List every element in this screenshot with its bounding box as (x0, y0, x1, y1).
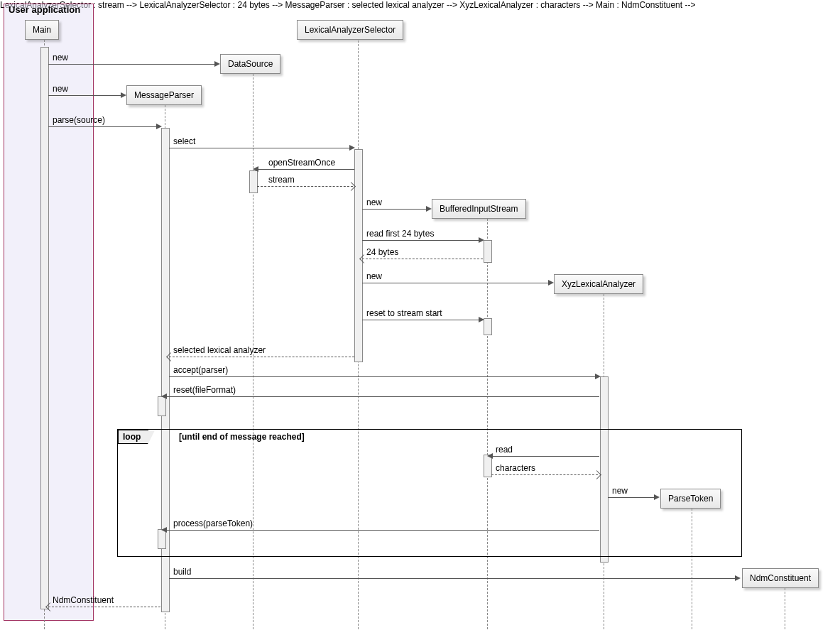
msg-new-bufferedstream: new (366, 197, 382, 207)
arrow-openstreamonce (257, 169, 354, 170)
activation-message-parser-reset (158, 396, 166, 416)
arrow-process-parsetoken (165, 530, 599, 531)
participant-buffered-stream: BufferedInputStream (432, 199, 526, 219)
participant-lexical-selector: LexicalAnalyzerSelector (297, 20, 403, 40)
msg-new-datasource: new (53, 53, 68, 63)
msg-stream: stream (268, 175, 295, 185)
arrow-read-loop-head (487, 453, 493, 459)
arrow-reset-fileformat-head (161, 393, 167, 399)
group-user-application-label: User application (6, 3, 83, 16)
participant-xyz-lexer: XyzLexicalAnalyzer (554, 274, 643, 294)
arrow-new-datasource (48, 64, 219, 65)
arrow-new-parsetoken-head (654, 494, 660, 500)
arrow-read24-head (479, 237, 484, 243)
participant-main: Main (25, 20, 59, 40)
arrow-selected-lexer (169, 357, 354, 357)
msg-select: select (173, 136, 195, 146)
loop-label: loop (118, 430, 148, 444)
msg-ndm-return: NdmConstituent (53, 595, 114, 605)
arrow-new-parsetoken (608, 497, 658, 498)
arrow-ndm-return (48, 607, 160, 607)
activation-main (40, 47, 49, 609)
msg-read-loop: read (496, 445, 513, 455)
activation-buffered-stream-reset (484, 318, 492, 335)
arrow-reset-stream-start (362, 320, 483, 320)
arrow-new-bufferedstream-head (426, 206, 432, 212)
msg-accept-parser: accept(parser) (173, 365, 228, 375)
lifeline-ndm-constituent (785, 588, 785, 629)
loop-condition: [until end of message reached] (179, 432, 305, 442)
arrow-accept-parser-head (595, 374, 601, 379)
msg-bytes24: 24 bytes (366, 247, 398, 257)
msg-parse-source: parse(source) (53, 115, 105, 125)
arrow-new-xyz (362, 283, 552, 283)
arrow-select (169, 148, 354, 148)
lifeline-buffered-stream (487, 219, 488, 629)
arrow-read-loop (491, 456, 599, 457)
activation-buffered-stream-read24 (484, 240, 492, 263)
arrow-new-datasource-head (214, 61, 220, 67)
participant-message-parser: MessageParser (126, 85, 202, 105)
arrow-read24 (362, 240, 483, 241)
arrow-new-bufferedstream (362, 209, 430, 210)
arrow-process-parsetoken-head (161, 527, 167, 533)
msg-reset-stream-start: reset to stream start (366, 308, 442, 318)
msg-new-messageparser: new (53, 84, 68, 94)
msg-selected-lexer: selected lexical analyzer (173, 345, 266, 355)
arrow-reset-stream-start-head (479, 317, 484, 322)
arrow-parse-source (48, 126, 160, 127)
arrow-new-messageparser-head (121, 92, 126, 98)
participant-ndm-constituent: NdmConstituent (742, 568, 819, 588)
activation-data-source-openstream (249, 170, 258, 193)
loop-fragment (117, 429, 742, 557)
msg-read24: read first 24 bytes (366, 229, 434, 239)
arrow-openstreamonce-head (253, 166, 258, 172)
msg-build: build (173, 567, 191, 577)
msg-reset-fileformat: reset(fileFormat) (173, 385, 236, 395)
msg-process-parsetoken: process(parseToken) (173, 518, 253, 528)
participant-data-source: DataSource (220, 54, 280, 74)
arrow-new-xyz-head (548, 280, 554, 286)
arrow-build-head (735, 575, 741, 581)
arrow-select-head (349, 145, 355, 151)
msg-new-xyz: new (366, 271, 382, 281)
arrow-build (169, 578, 738, 579)
arrow-parse-source-head (156, 124, 162, 129)
msg-openstreamonce: openStreamOnce (268, 158, 335, 168)
msg-characters: characters (496, 463, 535, 473)
arrow-characters (491, 474, 598, 475)
msg-new-parsetoken: new (612, 486, 628, 496)
arrow-new-messageparser (48, 95, 124, 96)
arrow-accept-parser (169, 376, 599, 377)
arrow-reset-fileformat (165, 396, 599, 397)
arrow-bytes24 (362, 259, 483, 259)
arrow-stream (257, 186, 353, 187)
